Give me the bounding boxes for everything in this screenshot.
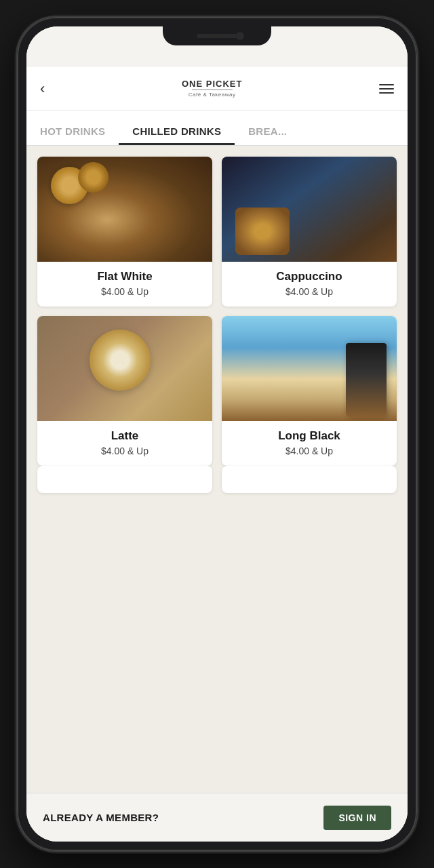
tab-hot-drinks[interactable]: HOT DRINKS <box>26 125 119 145</box>
brand-logo: ONE PICKET Café & Takeaway <box>182 79 242 98</box>
bottom-bar: ALREADY A MEMBER? SIGN IN <box>26 793 408 842</box>
tab-breakfast[interactable]: BREA... <box>235 125 300 145</box>
latte-image <box>37 316 212 421</box>
front-camera <box>236 32 244 40</box>
sign-in-button[interactable]: SIGN IN <box>323 806 391 830</box>
member-text: ALREADY A MEMBER? <box>43 812 159 823</box>
latte-price: $4.00 & Up <box>47 446 203 456</box>
cappuccino-image <box>222 157 397 262</box>
menu-card-flat-white[interactable]: Flat White $4.00 & Up <box>37 157 212 307</box>
menu-line-1 <box>379 84 394 85</box>
flat-white-info: Flat White $4.00 & Up <box>37 262 212 307</box>
flat-white-price: $4.00 & Up <box>47 286 203 297</box>
long-black-name: Long Black <box>231 429 387 443</box>
speaker <box>197 34 237 38</box>
nav-bar: ‹ ONE PICKET Café & Takeaway <box>26 67 408 111</box>
latte-info: Latte $4.00 & Up <box>37 421 212 466</box>
tab-chilled-drinks[interactable]: CHILLED DRINKS <box>119 125 235 145</box>
partial-card-left <box>37 466 212 493</box>
partial-card-right <box>222 466 397 493</box>
notch <box>163 26 271 45</box>
tab-bar: HOT DRINKS CHILLED DRINKS BREA... <box>26 111 408 146</box>
phone-screen: ‹ ONE PICKET Café & Takeaway HOT DRINKS … <box>26 26 408 842</box>
flat-white-name: Flat White <box>47 270 203 283</box>
long-black-price: $4.00 & Up <box>231 446 387 456</box>
partial-row <box>37 466 397 493</box>
menu-card-latte[interactable]: Latte $4.00 & Up <box>37 316 212 466</box>
phone-frame: ‹ ONE PICKET Café & Takeaway HOT DRINKS … <box>17 17 417 851</box>
logo-divider <box>192 90 233 90</box>
menu-grid: Flat White $4.00 & Up Cappuccino $4.00 &… <box>37 157 397 466</box>
cappuccino-name: Cappuccino <box>231 270 387 283</box>
long-black-info: Long Black $4.00 & Up <box>222 421 397 466</box>
menu-card-long-black[interactable]: Long Black $4.00 & Up <box>222 316 397 466</box>
flat-white-image <box>37 157 212 262</box>
brand-tagline: Café & Takeaway <box>189 92 236 98</box>
latte-name: Latte <box>47 429 203 443</box>
menu-card-cappuccino[interactable]: Cappuccino $4.00 & Up <box>222 157 397 307</box>
back-button[interactable]: ‹ <box>40 80 45 98</box>
menu-line-2 <box>379 88 394 90</box>
menu-content[interactable]: Flat White $4.00 & Up Cappuccino $4.00 &… <box>26 146 408 793</box>
brand-name: ONE PICKET <box>182 79 242 88</box>
status-bar <box>26 26 408 67</box>
cappuccino-price: $4.00 & Up <box>231 286 387 297</box>
menu-button[interactable] <box>379 84 394 94</box>
cappuccino-info: Cappuccino $4.00 & Up <box>222 262 397 307</box>
menu-line-3 <box>379 92 394 94</box>
long-black-image <box>222 316 397 421</box>
